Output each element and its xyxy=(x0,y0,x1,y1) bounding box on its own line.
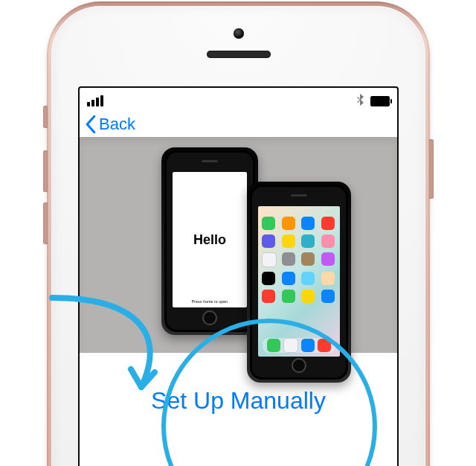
power-button xyxy=(429,139,434,199)
cellular-signal-icon xyxy=(87,95,103,106)
battery-icon xyxy=(370,96,390,106)
app-grid xyxy=(262,209,336,303)
device-screen: Back Hello Press home to open xyxy=(78,86,399,466)
bluetooth-icon xyxy=(356,94,364,108)
illustration-phone-homescreen xyxy=(247,182,351,383)
dock xyxy=(263,338,335,353)
illustration-phone-hello: Hello Press home to open xyxy=(161,147,258,335)
front-camera-icon xyxy=(234,28,244,39)
back-label: Back xyxy=(99,115,135,134)
chevron-left-icon xyxy=(84,115,97,133)
press-home-hint: Press home to open xyxy=(192,299,228,304)
set-up-manually-link[interactable]: Set Up Manually xyxy=(151,387,326,414)
hero-illustration: Hello Press home to open xyxy=(80,137,397,353)
outer-iphone-frame: Back Hello Press home to open xyxy=(47,1,430,466)
status-bar xyxy=(80,88,397,112)
outer-iphone-bezel: Back Hello Press home to open xyxy=(51,6,425,466)
back-button[interactable]: Back xyxy=(84,115,135,134)
home-button-icon xyxy=(292,358,306,373)
volume-down-button xyxy=(43,202,48,244)
volume-up-button xyxy=(43,150,48,192)
home-button-icon xyxy=(202,310,217,325)
nav-bar: Back xyxy=(80,112,397,137)
earpiece-icon xyxy=(207,51,271,58)
canvas: Back Hello Press home to open xyxy=(0,0,476,466)
mute-switch xyxy=(43,106,48,128)
hello-text: Hello xyxy=(193,232,226,248)
